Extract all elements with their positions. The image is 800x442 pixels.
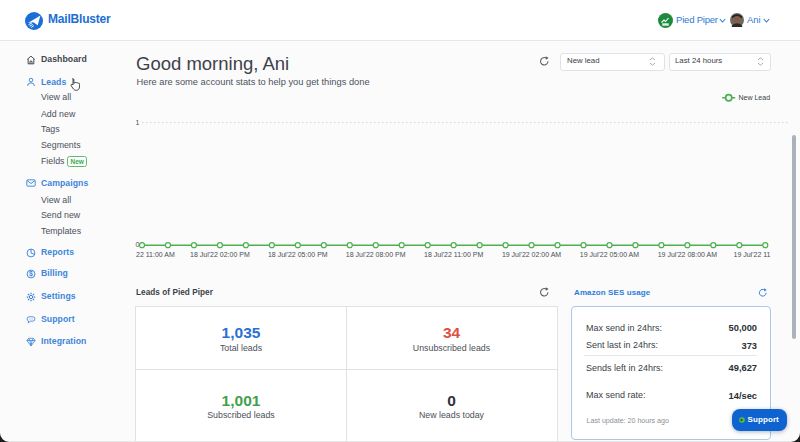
svg-text:19 Jul'22 05:00 AM: 19 Jul'22 05:00 AM — [580, 251, 639, 258]
svg-text:1: 1 — [136, 119, 140, 126]
svg-text:18 Jul'22 05:00 PM: 18 Jul'22 05:00 PM — [268, 251, 328, 258]
svg-text:18 Jul'22 02:00 PM: 18 Jul'22 02:00 PM — [190, 251, 250, 258]
svg-text:New Lead: New Lead — [739, 94, 771, 101]
svg-text:19 Jul'22 08:00 AM: 19 Jul'22 08:00 AM — [658, 251, 717, 258]
svg-text:19 Jul'22 11: 19 Jul'22 11 — [733, 251, 770, 258]
svg-text:18 Jul'22 11:00 PM: 18 Jul'22 11:00 PM — [424, 251, 483, 258]
svg-text:18 Jul'22 08:00 PM: 18 Jul'22 08:00 PM — [346, 251, 406, 258]
svg-text:$: $ — [29, 270, 33, 278]
svg-text:22 11:00 AM: 22 11:00 AM — [136, 251, 175, 258]
svg-text:19 Jul'22 02:00 AM: 19 Jul'22 02:00 AM — [502, 251, 561, 258]
